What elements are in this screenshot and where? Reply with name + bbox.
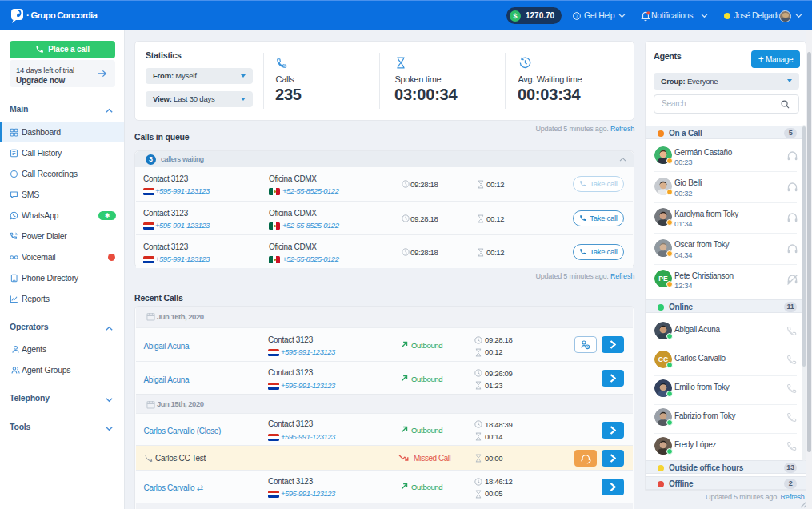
svg-text:?: ? xyxy=(575,13,578,18)
